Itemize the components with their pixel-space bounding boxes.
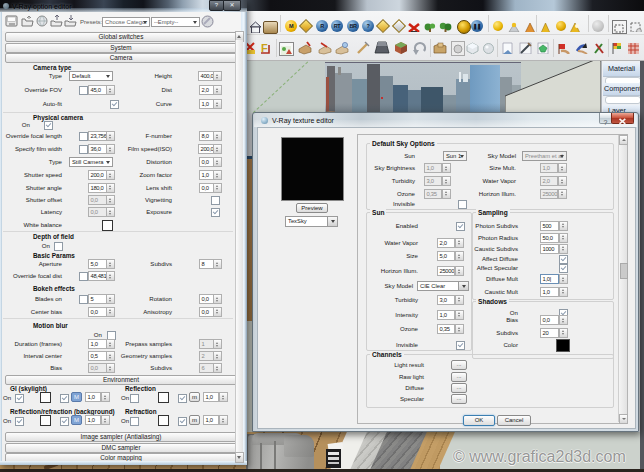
svg-text:?: ?	[604, 119, 608, 126]
